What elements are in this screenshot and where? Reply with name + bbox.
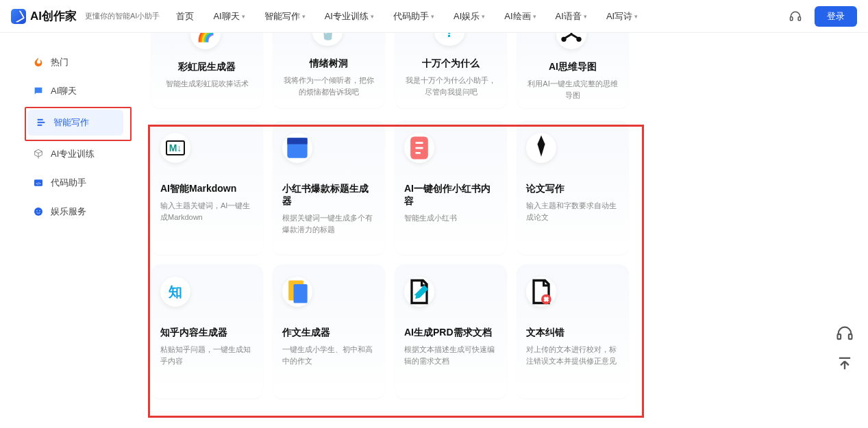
sidebar: 热门AI聊天智能写作AI专业训练</>代码助手娱乐服务 (0, 33, 144, 428)
logo[interactable]: AI创作家 (11, 8, 77, 24)
svg-rect-16 (838, 334, 841, 339)
code-icon: </> (33, 177, 44, 188)
pencil-icon (404, 277, 434, 307)
card-title: AI智能Markdown (160, 182, 253, 194)
chevron-down-icon: ▾ (431, 13, 434, 20)
sidebar-item-code[interactable]: </>代码助手 (25, 170, 121, 196)
content-area: 🌈 彩虹屁生成器 智能生成彩虹屁吹捧话术🥤 情绪树洞 我将作为一个倾听者，把你的… (144, 33, 868, 428)
svg-rect-17 (849, 334, 852, 339)
nav-item-2[interactable]: 智能写作▾ (264, 10, 306, 23)
markdown-icon: M↓ (160, 133, 190, 163)
sidebar-item-label: 智能写作 (53, 116, 89, 129)
nav-item-1[interactable]: AI聊天▾ (213, 10, 245, 23)
back-to-top-icon[interactable] (835, 354, 854, 373)
chevron-down-icon: ▾ (584, 13, 587, 20)
card-desc: 智能生成小红书 (404, 212, 497, 224)
tool-card[interactable]: 文本纠错 对上传的文本进行校对，标注错误文本并提供修正意见 (517, 264, 629, 399)
sidebar-item-fire[interactable]: 热门 (25, 49, 121, 75)
nav-label: AI语音 (556, 10, 582, 23)
card-desc: 根据文本描述生成可快速编辑的需求文档 (404, 344, 497, 366)
nav-label: 代码助手 (393, 10, 429, 23)
tagline: 更懂你的智能AI小助手 (85, 11, 160, 21)
rainbow-icon: 🌈 (190, 33, 221, 49)
card-title: 情绪树洞 (282, 57, 375, 69)
edit-icon (36, 117, 47, 128)
nav-item-4[interactable]: 代码助手▾ (393, 10, 434, 23)
fire-icon (33, 57, 44, 68)
chevron-down-icon: ▾ (482, 13, 485, 20)
tool-card[interactable]: ? 十万个为什么 我是十万个为什么小助手，尽管向我提问吧 (395, 33, 507, 108)
tool-card[interactable]: 作文生成器 一键生成小学生、初中和高中的作文 (273, 264, 385, 399)
nav-item-5[interactable]: AI娱乐▾ (454, 10, 485, 23)
question-icon: ? (434, 33, 464, 46)
card-title: 论文写作 (526, 182, 619, 194)
svg-point-6 (39, 210, 40, 211)
nav-label: 智能写作 (264, 10, 300, 23)
sidebar-item-label: 热门 (51, 56, 69, 68)
tool-card[interactable]: AI思维导图 利用AI一键生成完整的思维导图 (517, 33, 629, 108)
tool-card[interactable]: 🥤 情绪树洞 我将作为一个倾听者，把你的烦恼都告诉我吧 (273, 33, 385, 108)
nav-item-0[interactable]: 首页 (176, 10, 194, 23)
sidebar-item-edit[interactable]: 智能写作 (27, 110, 123, 136)
support-icon[interactable] (789, 10, 802, 23)
tool-card[interactable]: AI生成PRD需求文档 根据文本描述生成可快速编辑的需求文档 (395, 264, 507, 399)
sidebar-item-cube[interactable]: AI专业训练 (25, 141, 121, 167)
header: AI创作家 更懂你的智能AI小助手 首页AI聊天▾智能写作▾AI专业训练▾代码助… (0, 0, 868, 33)
chevron-down-icon: ▾ (634, 13, 638, 20)
note-icon (404, 133, 434, 163)
svg-rect-1 (798, 16, 800, 20)
nav-item-7[interactable]: AI语音▾ (556, 10, 587, 23)
svg-rect-14 (294, 284, 308, 303)
card-desc: 利用AI一键生成完整的思维导图 (526, 78, 619, 101)
card-title: 作文生成器 (282, 326, 375, 338)
card-desc: 一键生成小学生、初中和高中的作文 (282, 344, 375, 366)
tool-card[interactable]: 🌈 彩虹屁生成器 智能生成彩虹屁吹捧话术 (151, 33, 263, 108)
card-title: AI一键创作小红书内容 (404, 182, 497, 207)
tool-card[interactable]: M↓ AI智能Markdown 输入主题关键词，AI一键生成Markdown (151, 121, 263, 255)
card-desc: 对上传的文本进行校对，标注错误文本并提供修正意见 (526, 344, 619, 366)
sidebar-item-smile[interactable]: 娱乐服务 (25, 199, 121, 225)
card-title: AI思维导图 (526, 60, 619, 73)
nav-item-8[interactable]: AI写诗▾ (606, 10, 638, 23)
sidebar-item-label: AI专业训练 (51, 148, 95, 160)
sidebar-item-label: 娱乐服务 (51, 205, 86, 218)
support-float-icon[interactable] (835, 324, 854, 343)
smile-icon (33, 206, 44, 217)
doc-x-icon (526, 277, 556, 307)
sidebar-item-label: AI聊天 (51, 85, 77, 97)
svg-point-5 (36, 210, 37, 211)
tool-card[interactable]: 知 知乎内容生成器 粘贴知乎问题，一键生成知乎内容 (151, 264, 263, 399)
tool-card[interactable]: 小红书爆款标题生成器 根据关键词一键生成多个有爆款潜力的标题 (273, 121, 385, 255)
zhi-icon: 知 (160, 277, 190, 307)
cup-icon: 🥤 (312, 33, 343, 46)
nav-label: AI专业训练 (325, 10, 369, 23)
sidebar-item-chat[interactable]: AI聊天 (25, 78, 121, 104)
card-desc: 智能生成彩虹屁吹捧话术 (160, 78, 253, 90)
card-title: 十万个为什么 (404, 57, 497, 69)
svg-text:</>: </> (36, 181, 41, 186)
chevron-down-icon: ▾ (242, 13, 245, 20)
nav-item-6[interactable]: AI绘画▾ (504, 10, 536, 23)
card-desc: 粘贴知乎问题，一键生成知乎内容 (160, 344, 253, 366)
chevron-down-icon: ▾ (302, 13, 306, 20)
card-desc: 我是十万个为什么小助手，尽管向我提问吧 (404, 75, 497, 97)
card-title: 彩虹屁生成器 (160, 60, 253, 73)
card-title: 小红书爆款标题生成器 (282, 182, 375, 207)
nav-label: AI聊天 (213, 10, 239, 23)
tool-card[interactable]: AI一键创作小红书内容 智能生成小红书 (395, 121, 507, 255)
window-icon (282, 133, 312, 163)
tool-card[interactable]: 论文写作 输入主题和字数要求自动生成论文 (517, 121, 629, 255)
cube-icon (33, 149, 44, 160)
nav-item-3[interactable]: AI专业训练▾ (325, 10, 374, 23)
login-button[interactable]: 登录 (815, 6, 857, 27)
chevron-down-icon: ▾ (533, 13, 536, 20)
top-nav: 首页AI聊天▾智能写作▾AI专业训练▾代码助手▾AI娱乐▾AI绘画▾AI语音▾A… (176, 10, 789, 23)
svg-point-4 (34, 207, 42, 216)
nav-label: 首页 (176, 10, 194, 23)
card-desc: 根据关键词一键生成多个有爆款潜力的标题 (282, 212, 375, 235)
svg-rect-0 (791, 16, 793, 20)
nav-label: AI娱乐 (454, 10, 480, 23)
doc-icon (282, 277, 312, 307)
logo-icon (11, 9, 26, 24)
sidebar-item-label: 代码助手 (51, 177, 86, 189)
